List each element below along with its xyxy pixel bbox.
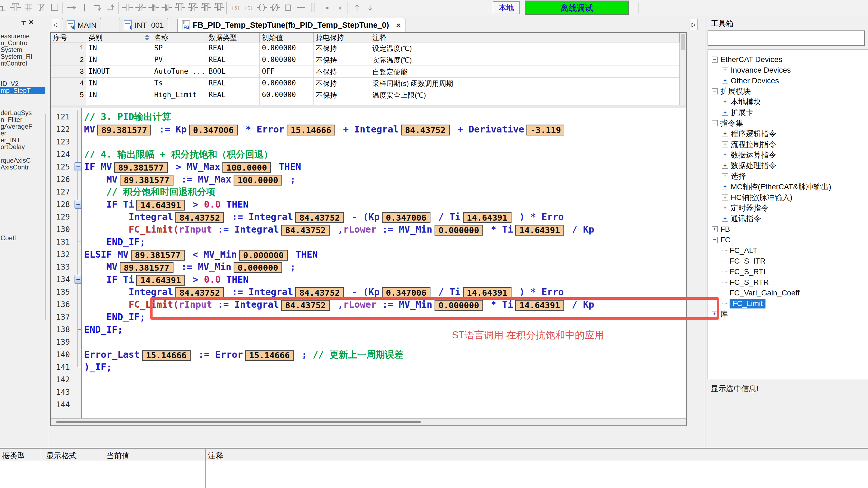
monitor-value-box[interactable]: 84.43752 <box>176 212 224 223</box>
group-box-icon[interactable] <box>282 1 294 14</box>
col-index[interactable]: 序号 <box>51 33 86 42</box>
monitor-value-box[interactable]: 14.64391 <box>136 200 185 211</box>
toolbox-tree-item[interactable]: +数据运算指令 <box>708 150 868 160</box>
monitor-value-box[interactable]: 15.14666 <box>142 350 191 361</box>
code-line-134[interactable]: 134−IF Ti14.64391 > 0.0 THEN <box>51 273 686 285</box>
col-comment[interactable]: 注释 <box>370 33 680 42</box>
inverted-coil-icon[interactable] <box>269 1 281 14</box>
rising-edge-icon[interactable] <box>351 1 363 14</box>
col-retain[interactable]: 掉电保持 <box>313 33 370 42</box>
expand-icon[interactable]: + <box>722 216 728 222</box>
monitor-value-box[interactable]: 0.347006 <box>382 287 431 298</box>
variable-table-scrollbar[interactable] <box>680 33 686 105</box>
watch-col-format[interactable]: 显示格式 <box>46 451 77 461</box>
monitor-value-box[interactable]: 0.000000 <box>435 300 483 311</box>
toolbox-tree-item[interactable]: +MC轴控(EtherCAT&脉冲输出) <box>708 181 868 192</box>
monitor-value-box[interactable]: 14.64391 <box>463 287 512 298</box>
collapse-marker-icon[interactable]: − <box>74 162 82 171</box>
toolbox-tree-item[interactable]: FC_Vari_Gain_Coeff <box>708 287 868 298</box>
watch-col-datatype[interactable]: 据类型 <box>2 451 25 461</box>
fold-gutter[interactable]: − <box>74 160 83 173</box>
monitor-value-box[interactable]: 14.64391 <box>136 275 185 285</box>
variable-row[interactable]: 4INTsREAL0.000000不保持采样周期(s) 函数调用周期 <box>51 78 680 89</box>
toolbox-tree-item[interactable]: +HC轴控(脉冲输入) <box>708 192 868 203</box>
monitor-value-box[interactable]: 84.43752 <box>401 125 450 135</box>
col-category[interactable]: 类别 <box>86 33 152 42</box>
monitor-value-box[interactable]: 89.381577 <box>97 125 151 135</box>
toolbox-search-input[interactable] <box>708 30 865 46</box>
vertical-wire-icon[interactable] <box>78 1 91 14</box>
auto-hide-pin-icon[interactable] <box>21 20 27 27</box>
variable-row[interactable]: 5INHigh_LimitREAL60.00000不保持温度安全上限(℃) <box>51 89 680 101</box>
code-line-132[interactable]: 132ELSIF MV89.381577 < MV_Min0.000000 TH… <box>51 248 686 261</box>
monitor-value-box[interactable]: 0.347006 <box>189 125 238 135</box>
project-tree-item[interactable]: rqueAxisC <box>1 157 31 164</box>
code-line-135[interactable]: 135Integral84.43752 := Integral84.43752 … <box>51 285 686 298</box>
ladder-branch-icon[interactable] <box>0 1 9 14</box>
vertical-line2-icon[interactable] <box>308 1 320 14</box>
monitor-value-box[interactable]: 0.000000 <box>239 250 288 261</box>
code-line-133[interactable]: 133MV89.381577 := MV_Min0.000000 ; <box>51 261 686 273</box>
expand-icon[interactable]: + <box>722 78 728 84</box>
monitor-value-box[interactable]: 100.0000 <box>234 175 282 185</box>
toolbox-tree-item[interactable]: FC_Limit <box>708 298 868 309</box>
nc-contact-icon[interactable] <box>134 1 147 14</box>
toolbox-tree-item[interactable]: −扩展模块 <box>708 86 868 97</box>
project-tree-item[interactable]: n_Contro <box>1 39 28 47</box>
code-line-140[interactable]: 140Error_Last15.14666 := Error15.14666 ;… <box>51 348 686 361</box>
toolbox-tree-item[interactable]: +库 <box>708 309 868 319</box>
project-tree-item[interactable]: ortDelay <box>1 143 25 150</box>
st-code-editor[interactable]: 121// 3. PID输出计算122MV89.381577 := Kp0.34… <box>51 108 686 425</box>
code-line-137[interactable]: 137END_IF; <box>51 311 686 323</box>
tab-scroll-right-button[interactable]: ▷ <box>690 19 698 30</box>
tab-fb-pid-temp-steptune[interactable]: $FB FB_PID_Temp_StepTune(fb_PID_Temp_Ste… <box>177 18 405 32</box>
monitor-value-box[interactable]: 15.14666 <box>287 125 335 135</box>
not-equal-icon[interactable]: ≠ <box>321 1 333 14</box>
collapse-icon[interactable]: − <box>712 88 718 94</box>
tab-main[interactable]: M MAIN <box>62 18 101 32</box>
ladder-network-icon[interactable] <box>22 1 35 14</box>
collapse-marker-icon[interactable]: − <box>74 200 82 209</box>
expand-icon[interactable]: + <box>722 131 728 137</box>
code-line-144[interactable]: 144 <box>51 398 686 411</box>
watch-col-current-value[interactable]: 当前值 <box>106 451 129 461</box>
toolbox-tree-item[interactable]: +扩展卡 <box>708 107 868 118</box>
monitor-value-box[interactable]: 84.43752 <box>281 300 330 311</box>
code-line-142[interactable]: 142 <box>51 373 686 386</box>
monitor-value-box[interactable]: 0.000000 <box>435 225 483 236</box>
toolbox-tree-item[interactable]: −EtherCAT Devices <box>708 54 868 65</box>
expand-icon[interactable]: + <box>722 194 728 201</box>
code-line-143[interactable]: 143 <box>51 386 686 398</box>
project-tree-item[interactable]: mp_StepT <box>0 87 45 94</box>
sort-arrows-icon[interactable] <box>145 35 149 40</box>
horizontal-line-icon[interactable] <box>295 1 307 14</box>
expand-icon[interactable]: + <box>712 311 718 317</box>
toolbox-tree-item[interactable]: FC_S_RTR <box>708 277 868 287</box>
expand-icon[interactable]: + <box>722 184 728 190</box>
expand-icon[interactable]: + <box>722 173 728 179</box>
code-line-126[interactable]: 126MV89.381577 := MV_Max100.0000 ; <box>51 173 686 185</box>
monitor-value-box[interactable]: 89.381577 <box>131 250 185 261</box>
toolbox-tree-item[interactable]: +本地模块 <box>708 97 868 107</box>
monitor-value-box[interactable]: 89.381577 <box>114 162 168 173</box>
toolbox-tree-item[interactable]: +选择 <box>708 171 868 181</box>
monitor-value-box[interactable]: 100.0000 <box>222 162 271 173</box>
branch-close-icon[interactable] <box>49 1 61 14</box>
expand-icon[interactable]: + <box>712 226 718 232</box>
project-tree-item[interactable]: Coeff <box>1 235 16 242</box>
toolbox-tree-item[interactable]: +Other Devices <box>708 75 868 86</box>
toolbox-tree-item[interactable]: FC_S_ITR <box>708 256 868 266</box>
variable-row[interactable]: 2INPVREAL0.000000不保持实际温度(℃) <box>51 54 680 66</box>
set-coil-icon[interactable]: {S} <box>229 1 242 14</box>
falling-contact-icon[interactable] <box>160 1 173 14</box>
project-tree-item[interactable]: n_Filter <box>1 116 22 123</box>
variable-row[interactable]: 3INOUTAutoTune_...BOOLOFF不保持自整定使能 <box>51 66 680 78</box>
code-line-129[interactable]: 129Integral84.43752 := Integral84.43752 … <box>51 211 686 223</box>
project-tree-item[interactable]: AxisContr <box>1 164 29 171</box>
expand-icon[interactable]: + <box>722 152 728 158</box>
expand-icon[interactable]: + <box>722 67 728 73</box>
tab-int-001[interactable]: I INT_001 <box>119 18 168 32</box>
monitor-value-box[interactable]: 15.14666 <box>245 350 294 361</box>
project-tree-item[interactable]: easureme <box>1 33 30 40</box>
rising-contact-icon[interactable] <box>147 1 160 14</box>
